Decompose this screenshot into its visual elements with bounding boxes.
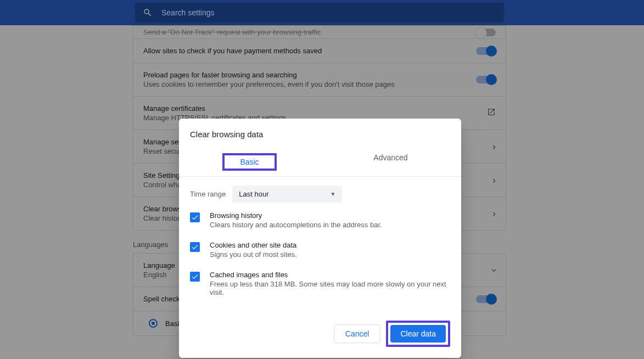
- cancel-button[interactable]: Cancel: [334, 324, 381, 343]
- cookies-sub: Signs you out of most sites.: [210, 250, 297, 259]
- time-range-row: Time range Last hour ▼: [190, 186, 450, 203]
- tab-basic-label: Basic: [222, 153, 276, 171]
- checkbox-history-row: Browsing history Clears history and auto…: [190, 211, 450, 229]
- dialog-footer: Cancel Clear data: [179, 314, 461, 358]
- history-title: Browsing history: [210, 211, 382, 220]
- time-range-select[interactable]: Last hour ▼: [232, 186, 342, 203]
- checkbox-cache-row: Cached images and files Frees up less th…: [190, 271, 450, 296]
- clear-button-highlight: Clear data: [386, 321, 450, 347]
- clear-browsing-dialog: Clear browsing data Basic Advanced Time …: [179, 119, 461, 358]
- cookies-title: Cookies and other site data: [210, 241, 297, 249]
- checkbox-cache[interactable]: [190, 272, 200, 282]
- checkbox-cookies-row: Cookies and other site data Signs you ou…: [190, 241, 450, 259]
- checkbox-history[interactable]: [190, 212, 200, 222]
- checkbox-cookies[interactable]: [190, 242, 200, 252]
- dialog-body: Time range Last hour ▼ Browsing history …: [179, 177, 461, 314]
- cache-sub: Frees up less than 318 MB. Some sites ma…: [210, 280, 450, 296]
- dropdown-arrow-icon: ▼: [330, 191, 335, 197]
- clear-data-button[interactable]: Clear data: [390, 325, 446, 343]
- dialog-tabs: Basic Advanced: [179, 148, 461, 177]
- tab-basic[interactable]: Basic: [179, 148, 320, 176]
- search-settings-input[interactable]: Search settings: [135, 3, 504, 23]
- dialog-title: Clear browsing data: [179, 119, 461, 148]
- content: Send a "Do Not Track" request with your …: [0, 25, 644, 359]
- cache-title: Cached images and files: [210, 271, 450, 279]
- search-icon: [143, 8, 153, 18]
- tab-advanced[interactable]: Advanced: [320, 148, 461, 176]
- history-sub: Clears history and autocompletions in th…: [210, 221, 382, 229]
- time-range-label: Time range: [190, 190, 226, 198]
- time-range-value: Last hour: [239, 190, 268, 198]
- top-bar: Search settings: [0, 0, 644, 25]
- search-placeholder: Search settings: [161, 8, 215, 17]
